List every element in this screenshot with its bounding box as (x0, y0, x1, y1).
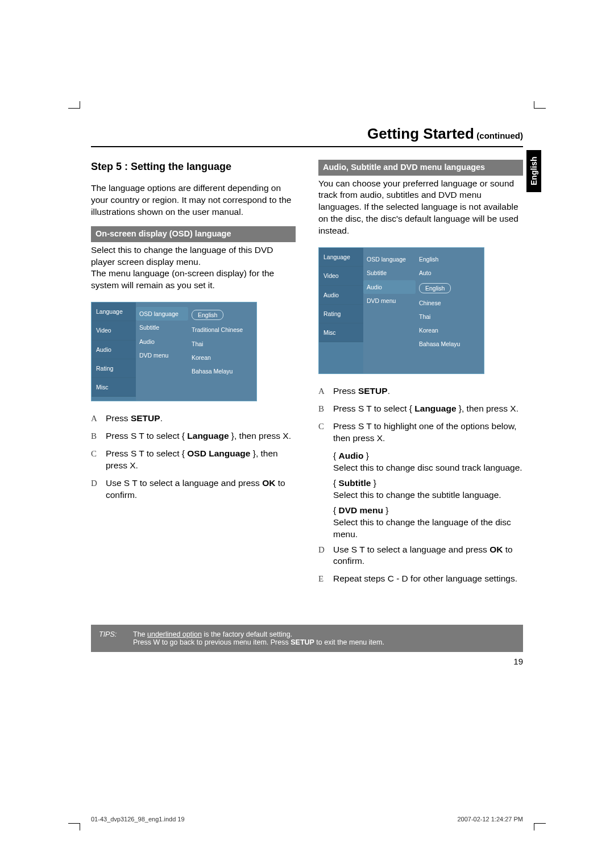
step-letter: B (91, 430, 100, 442)
osd-mid-item: Subtitle (363, 266, 416, 280)
footer-right: 2007-02-12 1:24:27 PM (457, 816, 523, 823)
osd-mid-item: Audio (136, 335, 188, 348)
step-text: Use S T to select a language and press O… (333, 544, 523, 568)
osd-mid-item: DVD menu (363, 294, 416, 308)
crop-mark (68, 823, 80, 830)
step-text: Press S T to select { Language }, then p… (333, 403, 523, 415)
osd-desc: Select this to change the language of th… (91, 244, 296, 292)
option-item: { DVD menu }Select this to change the la… (333, 505, 523, 541)
manual-page: Getting Started (continued) English Step… (0, 0, 614, 868)
osd-screenshot-1: LanguageVideoAudioRatingMisc OSD languag… (91, 302, 257, 401)
osd-right-col: EnglishTraditional ChineseThaiKoreanBaha… (188, 307, 256, 378)
osd-screenshot-2: LanguageVideoAudioRatingMisc OSD languag… (318, 247, 484, 374)
right-column: Audio, Subtitle and DVD menu languages Y… (318, 160, 523, 591)
tips-body: The underlined option is the factory def… (133, 630, 384, 646)
step-letter: A (91, 413, 100, 425)
osd-right-item: English (416, 252, 484, 266)
osd-right-item: English (416, 280, 484, 296)
tips-label: TIPS: (99, 630, 122, 646)
step-letter: C (91, 448, 100, 472)
osd-right-item: Chinese (416, 296, 484, 310)
step-letter: E (318, 573, 327, 585)
osd-tab: Video (92, 321, 136, 340)
step-item: BPress S T to select { Language }, then … (318, 403, 523, 415)
osd-tab: Rating (92, 359, 136, 378)
step-item: DUse S T to select a language and press … (91, 477, 296, 501)
option-item: { Subtitle }Select this to change the su… (333, 477, 523, 501)
osd-mid-item: DVD menu (136, 348, 188, 362)
title-main: Getting Started (367, 125, 474, 142)
osd-mid-item: Subtitle (136, 321, 188, 334)
step-text: Press S T to select { OSD Language }, th… (106, 448, 296, 472)
right-intro: You can choose your preferred language o… (318, 178, 523, 238)
step-heading: Step 5 : Setting the language (91, 160, 296, 173)
step-text: Use S T to select a language and press O… (106, 477, 296, 501)
left-column: Step 5 : Setting the language The langua… (91, 160, 296, 591)
step-text: Press SETUP. (106, 413, 296, 425)
left-steps: APress SETUP.BPress S T to select { Lang… (91, 413, 296, 501)
osd-right-item: English (188, 307, 256, 323)
step-text: Repeat steps C - D for other language se… (333, 573, 523, 585)
step-letter: D (91, 477, 100, 501)
osd-tab: Language (319, 248, 363, 267)
osd-right-item: Bahasa Melayu (188, 364, 256, 378)
osd-right-item: Thai (188, 337, 256, 351)
step-text: Press S T to highlight one of the option… (333, 421, 523, 445)
section-bar-audio: Audio, Subtitle and DVD menu languages (318, 160, 523, 176)
osd-tab: Rating (319, 305, 363, 323)
osd-right-item: Bahasa Melayu (416, 337, 484, 351)
crop-mark (534, 101, 546, 109)
section-bar-osd: On-screen display (OSD) language (91, 226, 296, 242)
step-item: CPress S T to highlight one of the optio… (318, 421, 523, 445)
footer: 01-43_dvp3126_98_eng1.indd 19 2007-02-12… (91, 816, 523, 823)
osd-right-item: Korean (188, 351, 256, 364)
step-letter: A (318, 385, 327, 397)
page-number: 19 (91, 657, 523, 666)
osd-mid-item: Audio (363, 280, 416, 294)
step-letter: D (318, 544, 327, 568)
osd-right-item: Thai (416, 310, 484, 323)
step-item: ERepeat steps C - D for other language s… (318, 573, 523, 585)
osd-tab: Audio (319, 286, 363, 305)
osd-tab: Audio (92, 340, 136, 359)
language-tab: English (526, 150, 541, 192)
step-letter: C (318, 421, 327, 445)
step-item: APress SETUP. (318, 385, 523, 397)
osd-tab: Misc (92, 378, 136, 397)
content-columns: Step 5 : Setting the language The langua… (91, 160, 523, 591)
osd-right-col: EnglishAutoEnglishChineseThaiKoreanBahas… (416, 252, 484, 351)
crop-mark (68, 101, 80, 109)
right-steps-bottom: DUse S T to select a language and press … (318, 544, 523, 585)
osd-mid-col: OSD languageSubtitleAudioDVD menu (363, 252, 416, 351)
footer-left: 01-43_dvp3126_98_eng1.indd 19 (91, 816, 185, 823)
step-text: Press S T to select { Language }, then p… (106, 430, 296, 442)
page-title: Getting Started (continued) (91, 125, 523, 147)
title-continued: (continued) (476, 131, 523, 140)
option-item: { Audio }Select this to change disc soun… (333, 450, 523, 474)
osd-right-item: Traditional Chinese (188, 323, 256, 337)
osd-right-item: Korean (416, 323, 484, 337)
osd-sidebar: LanguageVideoAudioRatingMisc (92, 302, 136, 401)
osd-mid-item: OSD language (363, 252, 416, 266)
step-letter: B (318, 403, 327, 415)
step-item: DUse S T to select a language and press … (318, 544, 523, 568)
crop-mark (534, 823, 546, 830)
step-text: Press SETUP. (333, 385, 523, 397)
osd-tab: Video (319, 267, 363, 285)
tips-box: TIPS: The underlined option is the facto… (91, 625, 523, 652)
osd-mid-item: OSD language (136, 307, 188, 321)
right-steps-top: APress SETUP.BPress S T to select { Lang… (318, 385, 523, 445)
intro-text: The language options are different depen… (91, 182, 296, 218)
osd-tab: Misc (319, 323, 363, 342)
option-list: { Audio }Select this to change disc soun… (333, 450, 523, 540)
osd-tab: Language (92, 302, 136, 321)
osd-right-item: Auto (416, 266, 484, 280)
step-item: BPress S T to select { Language }, then … (91, 430, 296, 442)
step-item: APress SETUP. (91, 413, 296, 425)
step-item: CPress S T to select { OSD Language }, t… (91, 448, 296, 472)
osd-mid-col: OSD languageSubtitleAudioDVD menu (136, 307, 188, 378)
osd-sidebar: LanguageVideoAudioRatingMisc (319, 248, 363, 373)
